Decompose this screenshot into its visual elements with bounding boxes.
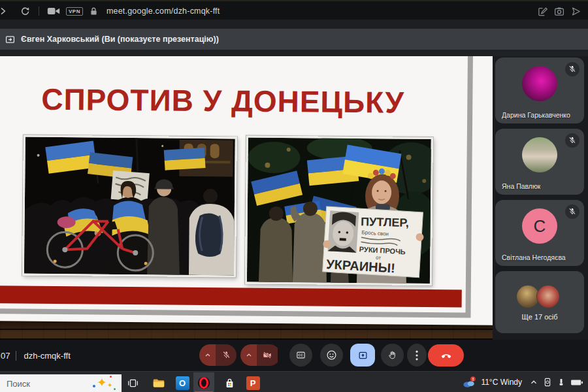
camera-button-off[interactable]: [240, 344, 280, 366]
vpn-badge[interactable]: VPN: [66, 7, 83, 16]
present-button-active[interactable]: [350, 344, 375, 367]
reload-icon[interactable]: [20, 6, 31, 17]
more-participants-label: Ще 17 осіб: [495, 313, 584, 321]
search-placeholder: Поиск: [7, 379, 90, 389]
browser-url-bar: VPN meet.google.com/dzh-cmqk-fft: [0, 0, 588, 21]
camera-options-chevron[interactable]: [240, 344, 257, 366]
more-options-button[interactable]: [407, 344, 427, 367]
search-input[interactable]: Поиск ✦ ✦: [0, 374, 122, 392]
mic-button-muted[interactable]: [199, 344, 237, 366]
poster-text-putler: ПУТЛЕР,: [361, 215, 409, 229]
participant-name: Дарина Гарькавченко: [502, 111, 570, 119]
mic-options-chevron[interactable]: [199, 344, 216, 366]
opera-browser-icon-active[interactable]: [193, 372, 214, 392]
slide-title: СПРОТИВ У ДОНЕЦЬКУ: [41, 82, 404, 120]
avatar-initial: С: [522, 208, 557, 244]
avatar: [517, 286, 539, 308]
participant-tile[interactable]: С Світлана Негодяєва: [495, 200, 584, 266]
presentation-slide: СПРОТИВ У ДОНЕЦЬКУ: [0, 56, 493, 325]
lock-icon[interactable]: [89, 6, 99, 16]
meeting-info: 07 dzh-cmqk-fft: [1, 340, 71, 371]
clock-text: 07: [1, 351, 10, 361]
presenter-name: Євген Харковський (Ви (показуєте презент…: [21, 35, 219, 44]
background-strip: [0, 50, 588, 56]
divider: [39, 7, 39, 16]
meet-control-bar: 07 dzh-cmqk-fft: [0, 340, 588, 371]
task-view-button[interactable]: [124, 374, 141, 391]
mic-off-icon: [565, 133, 580, 148]
protest-photo-left: [22, 135, 237, 278]
participant-name: Світлана Негодяєва: [502, 253, 566, 261]
participant-tile[interactable]: Дарина Гарькавченко: [495, 57, 584, 123]
usb-icon[interactable]: [557, 376, 566, 388]
mic-off-icon: [565, 62, 580, 76]
forward-icon[interactable]: [0, 6, 8, 16]
avatar: [522, 66, 557, 101]
powerpoint-icon[interactable]: P: [244, 374, 261, 391]
protest-photo-right: ПУТЛЕР, Брось свои РУКИ ПРОЧЬ от УКРАИНЫ…: [245, 136, 433, 286]
camera-indicator-icon[interactable]: [47, 6, 60, 16]
meeting-code: dzh-cmqk-fft: [24, 351, 70, 361]
snapshot-icon[interactable]: [553, 6, 565, 17]
participant-name: Яна Павлюк: [502, 182, 540, 190]
device-icon[interactable]: [542, 376, 553, 388]
raise-hand-button[interactable]: [381, 344, 404, 367]
captions-button[interactable]: [289, 344, 312, 367]
end-call-button[interactable]: [428, 344, 464, 367]
shared-presentation-area: СПРОТИВ У ДОНЕЦЬКУ: [0, 56, 493, 340]
participant-tile[interactable]: Яна Павлюк: [495, 129, 584, 195]
mic-off-icon: [565, 204, 580, 219]
copilot-sparkle-icon: ✦ ✦: [90, 375, 119, 392]
page-background-strip: [0, 20, 588, 29]
avatar: [522, 137, 557, 172]
camera-off-icon[interactable]: [257, 344, 278, 366]
address-bar-url[interactable]: meet.google.com/dzh-cmqk-fft: [106, 7, 220, 16]
presenter-bar: Євген Харковський (Ви (показуєте презент…: [0, 29, 588, 50]
weather-text[interactable]: 11°C Windy: [481, 378, 522, 387]
overflow-participants-tile[interactable]: Ще 17 осіб: [495, 271, 584, 333]
avatar: [537, 286, 559, 308]
windows-taskbar: Поиск ✦ ✦ O: [0, 371, 588, 392]
system-tray: 11°C Windy: [460, 372, 588, 392]
send-icon[interactable]: [570, 6, 581, 17]
weather-icon[interactable]: [462, 376, 476, 389]
divider: [16, 351, 16, 361]
microsoft-store-icon[interactable]: [221, 374, 238, 391]
tray-chevron-icon[interactable]: [529, 378, 538, 387]
reactions-button[interactable]: [320, 344, 343, 367]
google-meet-window: VPN meet.google.com/dzh-cmqk-fft: [0, 0, 588, 392]
edit-icon[interactable]: [537, 6, 548, 17]
popout-icon[interactable]: [5, 35, 15, 44]
outlook-icon[interactable]: O: [174, 374, 191, 391]
file-explorer-icon[interactable]: [150, 374, 167, 391]
battery-icon[interactable]: [570, 377, 584, 387]
mic-off-icon[interactable]: [216, 344, 237, 366]
